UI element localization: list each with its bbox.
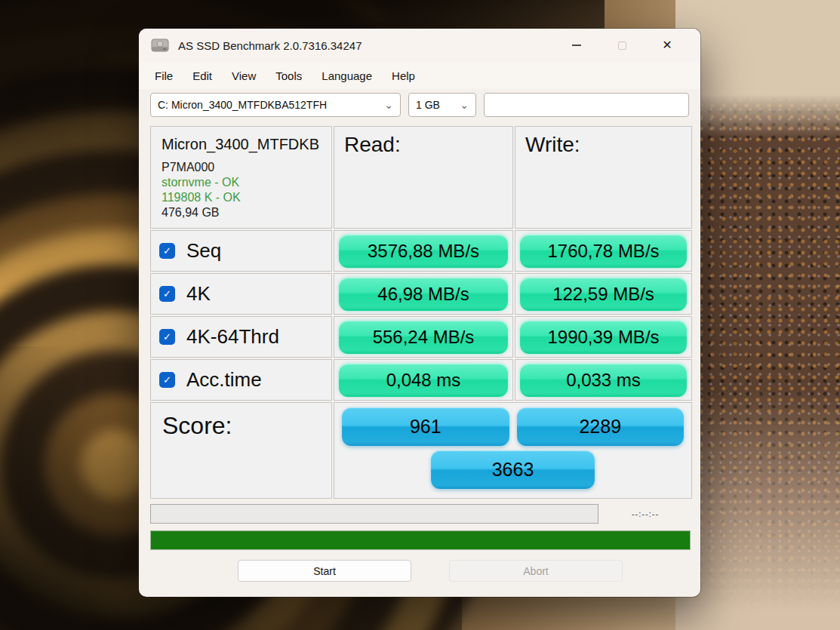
4k-write-cell: 122,59 MB/s <box>515 273 692 315</box>
seq-checkbox[interactable]: ✓ <box>159 243 175 259</box>
4k-label: 4K <box>186 282 211 306</box>
drive-capacity: 476,94 GB <box>162 206 321 220</box>
driver-status: stornvme - OK <box>162 176 321 189</box>
menu-view[interactable]: View <box>222 65 266 87</box>
acctime-checkbox[interactable]: ✓ <box>159 372 175 388</box>
seq-label: Seq <box>186 239 221 263</box>
check-icon: ✓ <box>163 331 171 343</box>
minimize-button[interactable] <box>554 33 599 57</box>
test-size-dropdown[interactable]: 1 GB ⌄ <box>408 93 476 117</box>
acctime-read-value: 0,048 ms <box>339 364 508 397</box>
maximize-icon <box>618 41 626 50</box>
score-total-value: 3663 <box>431 450 595 489</box>
score-panel: 961 2289 3663 <box>334 402 692 499</box>
progress-bar <box>150 504 598 524</box>
acctime-read-cell: 0,048 ms <box>334 359 513 401</box>
4k64thrd-write-cell: 1990,39 MB/s <box>515 316 692 358</box>
minimize-icon <box>572 45 581 46</box>
drive-info-panel: Micron_3400_MTFDKB P7MA000 stornvme - OK… <box>150 126 332 229</box>
4k64thrd-test-row: ✓ 4K-64Thrd <box>150 316 332 358</box>
check-icon: ✓ <box>163 288 171 300</box>
chevron-down-icon: ⌄ <box>384 102 393 108</box>
close-icon: ✕ <box>662 39 672 51</box>
drive-firmware: P7MA000 <box>162 161 321 174</box>
menu-language[interactable]: Language <box>312 65 382 87</box>
4k-read-value: 46,98 MB/s <box>339 278 508 311</box>
4k-test-row: ✓ 4K <box>150 273 332 315</box>
abort-button: Abort <box>449 560 623 582</box>
write-column-header: Write: <box>515 126 692 229</box>
seq-test-row: ✓ Seq <box>150 230 332 272</box>
4k64thrd-write-value: 1990,39 MB/s <box>520 321 687 354</box>
menu-help[interactable]: Help <box>382 65 425 87</box>
title-bar: AS SSD Benchmark 2.0.7316.34247 ✕ <box>139 29 700 62</box>
drive-model: Micron_3400_MTFDKB <box>162 136 321 153</box>
start-button[interactable]: Start <box>238 560 411 582</box>
seq-read-value: 3576,88 MB/s <box>339 235 508 268</box>
seq-write-value: 1760,78 MB/s <box>520 235 687 268</box>
menu-edit[interactable]: Edit <box>183 65 222 87</box>
seq-write-cell: 1760,78 MB/s <box>515 230 692 272</box>
maximize-button[interactable] <box>599 33 645 57</box>
4k-write-value: 122,59 MB/s <box>520 278 687 311</box>
test-size-value: 1 GB <box>416 99 440 111</box>
check-icon: ✓ <box>163 245 171 257</box>
4k64thrd-checkbox[interactable]: ✓ <box>159 329 175 345</box>
drive-select-dropdown[interactable]: C: Micron_3400_MTFDKBA512TFH ⌄ <box>150 93 401 117</box>
check-icon: ✓ <box>163 374 171 386</box>
chevron-down-icon: ⌄ <box>460 102 469 108</box>
score-write-value: 2289 <box>517 407 685 446</box>
seq-read-cell: 3576,88 MB/s <box>334 230 513 272</box>
score-read-value: 961 <box>342 407 509 446</box>
acctime-test-row: ✓ Acc.time <box>150 359 332 401</box>
menu-tools[interactable]: Tools <box>266 65 312 87</box>
4k64thrd-label: 4K-64Thrd <box>186 325 279 349</box>
time-remaining: --:--:-- <box>613 509 678 518</box>
menu-bar: File Edit View Tools Language Help <box>139 62 700 89</box>
menu-file[interactable]: File <box>145 65 183 87</box>
hard-drive-icon <box>151 38 169 53</box>
window-title: AS SSD Benchmark 2.0.7316.34247 <box>178 39 554 52</box>
alignment-status: 119808 K - OK <box>162 191 321 204</box>
toolbar-text-field[interactable] <box>484 93 689 117</box>
app-window: AS SSD Benchmark 2.0.7316.34247 ✕ File E… <box>139 29 700 597</box>
4k-read-cell: 46,98 MB/s <box>334 273 513 315</box>
4k64thrd-read-value: 556,24 MB/s <box>339 321 508 354</box>
read-column-header: Read: <box>334 126 513 229</box>
status-bar <box>150 530 691 550</box>
4k-checkbox[interactable]: ✓ <box>159 286 175 302</box>
score-label: Score: <box>150 402 332 499</box>
acctime-write-cell: 0,033 ms <box>515 359 692 401</box>
4k64thrd-read-cell: 556,24 MB/s <box>334 316 513 358</box>
drive-select-value: C: Micron_3400_MTFDKBA512TFH <box>158 99 327 111</box>
acctime-label: Acc.time <box>186 368 262 392</box>
toolbar: C: Micron_3400_MTFDKBA512TFH ⌄ 1 GB ⌄ <box>139 89 700 122</box>
close-button[interactable]: ✕ <box>645 33 690 57</box>
benchmark-table: Micron_3400_MTFDKB P7MA000 stornvme - OK… <box>150 126 692 499</box>
acctime-write-value: 0,033 ms <box>520 364 687 397</box>
